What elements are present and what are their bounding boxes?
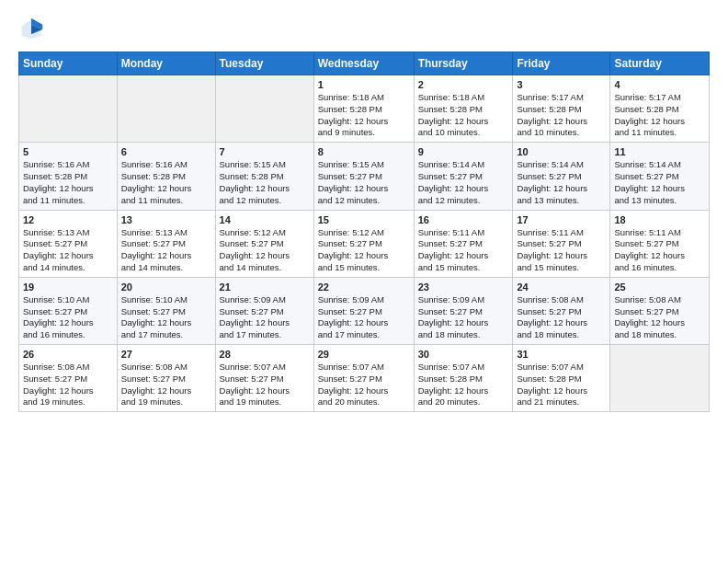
cell-info: Sunrise: 5:13 AM Sunset: 5:27 PM Dayligh… — [121, 227, 211, 274]
dow-header-thursday: Thursday — [414, 52, 513, 75]
cell-info: Sunrise: 5:16 AM Sunset: 5:28 PM Dayligh… — [23, 159, 113, 206]
calendar-cell: 27Sunrise: 5:08 AM Sunset: 5:27 PM Dayli… — [117, 345, 215, 412]
calendar-cell: 2Sunrise: 5:18 AM Sunset: 5:28 PM Daylig… — [414, 75, 513, 143]
dow-header-friday: Friday — [513, 52, 610, 75]
cell-info: Sunrise: 5:08 AM Sunset: 5:27 PM Dayligh… — [23, 362, 113, 408]
cell-info: Sunrise: 5:08 AM Sunset: 5:27 PM Dayligh… — [614, 294, 705, 341]
cell-info: Sunrise: 5:17 AM Sunset: 5:28 PM Dayligh… — [517, 92, 606, 139]
calendar-cell — [215, 75, 313, 143]
calendar-cell: 3Sunrise: 5:17 AM Sunset: 5:28 PM Daylig… — [513, 75, 610, 143]
cell-info: Sunrise: 5:09 AM Sunset: 5:27 PM Dayligh… — [220, 294, 310, 341]
cell-info: Sunrise: 5:07 AM Sunset: 5:28 PM Dayligh… — [418, 362, 509, 408]
calendar-cell: 4Sunrise: 5:17 AM Sunset: 5:28 PM Daylig… — [610, 75, 710, 143]
calendar-week-4: 19Sunrise: 5:10 AM Sunset: 5:27 PM Dayli… — [19, 277, 710, 344]
calendar-cell: 18Sunrise: 5:11 AM Sunset: 5:27 PM Dayli… — [610, 210, 710, 277]
calendar-cell: 8Sunrise: 5:15 AM Sunset: 5:27 PM Daylig… — [313, 143, 414, 210]
cell-info: Sunrise: 5:07 AM Sunset: 5:27 PM Dayligh… — [220, 362, 310, 408]
cell-date-number: 28 — [220, 349, 310, 360]
calendar-cell: 28Sunrise: 5:07 AM Sunset: 5:27 PM Dayli… — [215, 345, 313, 412]
cell-date-number: 23 — [418, 282, 509, 293]
cell-info: Sunrise: 5:12 AM Sunset: 5:27 PM Dayligh… — [220, 227, 310, 274]
cell-date-number: 5 — [23, 146, 113, 157]
calendar-cell: 13Sunrise: 5:13 AM Sunset: 5:27 PM Dayli… — [117, 210, 215, 277]
calendar-cell: 16Sunrise: 5:11 AM Sunset: 5:27 PM Dayli… — [414, 210, 513, 277]
cell-info: Sunrise: 5:15 AM Sunset: 5:28 PM Dayligh… — [220, 159, 310, 206]
cell-date-number: 18 — [614, 214, 705, 225]
cell-date-number: 15 — [318, 214, 410, 225]
cell-info: Sunrise: 5:16 AM Sunset: 5:28 PM Dayligh… — [121, 159, 211, 206]
calendar-cell: 10Sunrise: 5:14 AM Sunset: 5:27 PM Dayli… — [513, 143, 610, 210]
cell-info: Sunrise: 5:14 AM Sunset: 5:27 PM Dayligh… — [614, 159, 705, 206]
cell-date-number: 30 — [418, 349, 509, 360]
calendar-cell: 9Sunrise: 5:14 AM Sunset: 5:27 PM Daylig… — [414, 143, 513, 210]
calendar-cell: 23Sunrise: 5:09 AM Sunset: 5:27 PM Dayli… — [414, 277, 513, 344]
calendar-week-2: 5Sunrise: 5:16 AM Sunset: 5:28 PM Daylig… — [19, 143, 710, 210]
calendar-cell: 1Sunrise: 5:18 AM Sunset: 5:28 PM Daylig… — [313, 75, 414, 143]
cell-date-number: 17 — [517, 214, 606, 225]
cell-info: Sunrise: 5:08 AM Sunset: 5:27 PM Dayligh… — [517, 294, 606, 341]
cell-info: Sunrise: 5:11 AM Sunset: 5:27 PM Dayligh… — [614, 227, 705, 274]
calendar-cell: 19Sunrise: 5:10 AM Sunset: 5:27 PM Dayli… — [19, 277, 118, 344]
calendar-cell: 31Sunrise: 5:07 AM Sunset: 5:28 PM Dayli… — [513, 345, 610, 412]
calendar-cell: 12Sunrise: 5:13 AM Sunset: 5:27 PM Dayli… — [19, 210, 118, 277]
logo-icon — [18, 17, 44, 42]
calendar-cell: 22Sunrise: 5:09 AM Sunset: 5:27 PM Dayli… — [313, 277, 414, 344]
calendar-body: 1Sunrise: 5:18 AM Sunset: 5:28 PM Daylig… — [19, 75, 710, 412]
dow-header-tuesday: Tuesday — [215, 52, 313, 75]
cell-date-number: 6 — [121, 146, 211, 157]
calendar-cell: 29Sunrise: 5:07 AM Sunset: 5:27 PM Dayli… — [313, 345, 414, 412]
cell-info: Sunrise: 5:09 AM Sunset: 5:27 PM Dayligh… — [318, 294, 410, 341]
page-header — [18, 17, 710, 42]
day-of-week-header-row: SundayMondayTuesdayWednesdayThursdayFrid… — [19, 52, 710, 75]
cell-date-number: 12 — [23, 214, 113, 225]
calendar-week-3: 12Sunrise: 5:13 AM Sunset: 5:27 PM Dayli… — [19, 210, 710, 277]
calendar-cell: 11Sunrise: 5:14 AM Sunset: 5:27 PM Dayli… — [610, 143, 710, 210]
cell-date-number: 25 — [614, 282, 705, 293]
cell-date-number: 4 — [614, 79, 705, 90]
cell-date-number: 19 — [23, 282, 113, 293]
calendar-cell — [19, 75, 118, 143]
dow-header-wednesday: Wednesday — [313, 52, 414, 75]
calendar-cell: 24Sunrise: 5:08 AM Sunset: 5:27 PM Dayli… — [513, 277, 610, 344]
cell-date-number: 31 — [517, 349, 606, 360]
cell-date-number: 8 — [318, 146, 410, 157]
cell-info: Sunrise: 5:18 AM Sunset: 5:28 PM Dayligh… — [318, 92, 410, 139]
cell-date-number: 1 — [318, 79, 410, 90]
calendar-cell: 21Sunrise: 5:09 AM Sunset: 5:27 PM Dayli… — [215, 277, 313, 344]
calendar-table: SundayMondayTuesdayWednesdayThursdayFrid… — [18, 52, 710, 412]
calendar-cell — [610, 345, 710, 412]
calendar-cell — [117, 75, 215, 143]
cell-info: Sunrise: 5:11 AM Sunset: 5:27 PM Dayligh… — [418, 227, 509, 274]
cell-date-number: 14 — [220, 214, 310, 225]
calendar-cell: 5Sunrise: 5:16 AM Sunset: 5:28 PM Daylig… — [19, 143, 118, 210]
cell-info: Sunrise: 5:09 AM Sunset: 5:27 PM Dayligh… — [418, 294, 509, 341]
cell-info: Sunrise: 5:14 AM Sunset: 5:27 PM Dayligh… — [418, 159, 509, 206]
cell-date-number: 27 — [121, 349, 211, 360]
calendar-cell: 14Sunrise: 5:12 AM Sunset: 5:27 PM Dayli… — [215, 210, 313, 277]
cell-date-number: 13 — [121, 214, 211, 225]
cell-date-number: 9 — [418, 146, 509, 157]
cell-info: Sunrise: 5:12 AM Sunset: 5:27 PM Dayligh… — [318, 227, 410, 274]
dow-header-monday: Monday — [117, 52, 215, 75]
cell-info: Sunrise: 5:11 AM Sunset: 5:27 PM Dayligh… — [517, 227, 606, 274]
calendar-week-5: 26Sunrise: 5:08 AM Sunset: 5:27 PM Dayli… — [19, 345, 710, 412]
calendar-cell: 15Sunrise: 5:12 AM Sunset: 5:27 PM Dayli… — [313, 210, 414, 277]
cell-info: Sunrise: 5:08 AM Sunset: 5:27 PM Dayligh… — [121, 362, 211, 408]
calendar-cell: 25Sunrise: 5:08 AM Sunset: 5:27 PM Dayli… — [610, 277, 710, 344]
cell-date-number: 20 — [121, 282, 211, 293]
calendar-cell: 17Sunrise: 5:11 AM Sunset: 5:27 PM Dayli… — [513, 210, 610, 277]
cell-info: Sunrise: 5:10 AM Sunset: 5:27 PM Dayligh… — [121, 294, 211, 341]
cell-date-number: 2 — [418, 79, 509, 90]
logo — [18, 17, 48, 42]
calendar-cell: 26Sunrise: 5:08 AM Sunset: 5:27 PM Dayli… — [19, 345, 118, 412]
dow-header-saturday: Saturday — [610, 52, 710, 75]
cell-info: Sunrise: 5:14 AM Sunset: 5:27 PM Dayligh… — [517, 159, 606, 206]
cell-info: Sunrise: 5:18 AM Sunset: 5:28 PM Dayligh… — [418, 92, 509, 139]
cell-info: Sunrise: 5:15 AM Sunset: 5:27 PM Dayligh… — [318, 159, 410, 206]
cell-info: Sunrise: 5:07 AM Sunset: 5:27 PM Dayligh… — [318, 362, 410, 408]
cell-date-number: 21 — [220, 282, 310, 293]
cell-date-number: 7 — [220, 146, 310, 157]
cell-info: Sunrise: 5:07 AM Sunset: 5:28 PM Dayligh… — [517, 362, 606, 408]
cell-info: Sunrise: 5:10 AM Sunset: 5:27 PM Dayligh… — [23, 294, 113, 341]
cell-date-number: 26 — [23, 349, 113, 360]
